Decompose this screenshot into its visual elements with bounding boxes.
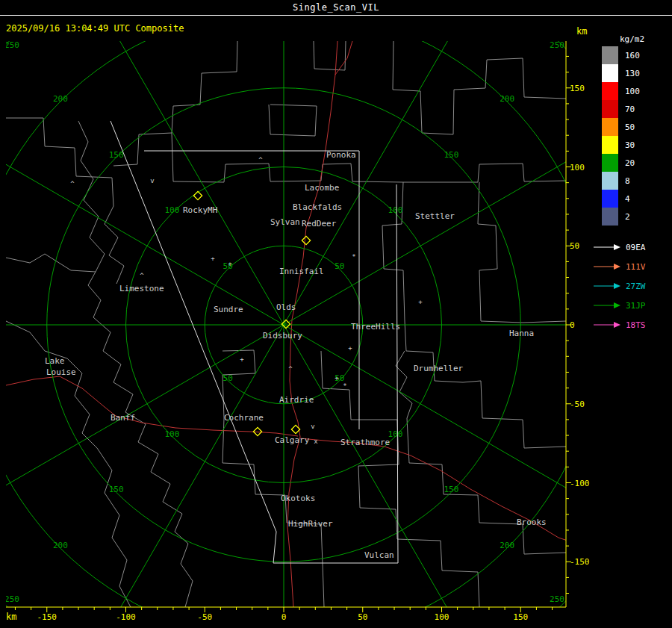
storm-track-entry: 111V (593, 257, 646, 276)
city-label: Sylvan (270, 217, 300, 227)
colorbar-swatch (602, 118, 618, 136)
colorbar-entry: 100 (602, 82, 640, 100)
track-arrow-icon (593, 301, 621, 310)
point-marker: + (228, 260, 232, 267)
track-arrow-icon (593, 320, 621, 329)
range-ring-label: 200 (53, 94, 68, 104)
city-label: Louise (46, 367, 76, 377)
county-boundary-line (6, 321, 131, 607)
range-ring-label: 250 (4, 594, 19, 604)
track-id-label: 31JP (626, 301, 646, 311)
county-boundary-line (113, 41, 237, 166)
right-axis-tick-label: -50 (570, 400, 585, 409)
colorbar-entry: 2 (602, 208, 640, 226)
colorbar-value: 2 (625, 212, 630, 222)
city-label: Vulcan (364, 550, 394, 560)
city-label: Blackfalds (293, 202, 342, 212)
highway-line (6, 376, 298, 436)
scan-sector-outline (273, 532, 276, 563)
storm-track-legend: 09EA111V27ZW31JP18TS (593, 237, 646, 335)
city-label: Okotoks (281, 494, 315, 503)
track-arrow-icon (593, 282, 621, 290)
city-label: Ponoka (326, 150, 356, 160)
city-label: ThreeHills (351, 322, 400, 332)
point-marker: * (352, 253, 355, 261)
colorbar-value: 50 (625, 122, 635, 132)
city-label: Strathmore (340, 438, 390, 447)
city-label: RockyMH (183, 205, 217, 215)
range-ring-label: 100 (388, 429, 403, 439)
range-ring (0, 0, 672, 628)
city-label: Brooks (517, 517, 547, 527)
radar-site-icon (302, 236, 310, 244)
county-boundary-line (396, 351, 412, 418)
colorbar-entry: 160 (602, 46, 640, 64)
county-boundary-line (223, 463, 324, 607)
colorbar-title: kg/m2 (620, 34, 644, 44)
county-boundary-line (481, 381, 566, 448)
city-label: Didsbury (263, 331, 302, 341)
right-axis-tick-label: -100 (570, 479, 590, 488)
track-arrow-icon (593, 262, 621, 271)
right-axis-tick-label: 50 (570, 241, 579, 251)
county-boundary-line (172, 133, 566, 182)
map-canvas[interactable]: 5050505010010010010015015015015020020020… (0, 0, 672, 628)
point-marker: + (418, 298, 423, 305)
range-ring-label: 250 (4, 40, 19, 50)
colorbar-entry: 70 (602, 100, 640, 118)
bottom-axis-tick-label: 0 (281, 612, 287, 622)
county-boundary-line (6, 118, 124, 284)
scan-sector-outline (396, 184, 398, 563)
colorbar-swatch (602, 190, 618, 208)
point-marker: ^ (140, 272, 144, 279)
city-label: Limestone (119, 284, 164, 293)
city-label: Lacombe (305, 183, 339, 193)
colorbar-value: 160 (625, 51, 640, 60)
range-ring-label: 200 (53, 541, 68, 550)
city-label: Airdrie (279, 395, 314, 405)
point-marker: v (150, 177, 154, 184)
point-marker: ^ (258, 156, 263, 164)
city-label: Hanna (509, 329, 534, 338)
county-boundary-line (407, 418, 566, 554)
city-label: Lake (45, 356, 65, 366)
bottom-axis-tick-label: -150 (37, 612, 57, 622)
county-boundary-line (382, 182, 405, 321)
storm-track-entry: 18TS (593, 315, 646, 335)
range-ring-label: 150 (109, 150, 124, 160)
track-id-label: 09EA (626, 243, 646, 252)
county-boundary-line (269, 105, 317, 136)
point-marker: + (240, 355, 244, 363)
colorbar-value: 70 (625, 105, 635, 114)
point-marker: * (343, 382, 346, 390)
map-content: 5050505010010010010015015015015020020020… (0, 0, 672, 628)
range-ring-label: 250 (550, 40, 564, 50)
county-boundary-line (6, 254, 96, 272)
colorbar-entry: 4 (602, 190, 640, 208)
range-ring-label: 150 (444, 485, 458, 494)
range-ring-label: 200 (500, 541, 514, 550)
colorbar-swatch (602, 172, 618, 190)
county-boundary-line (358, 420, 479, 607)
colorbar-value: 30 (625, 140, 635, 150)
range-ring-label: 100 (165, 429, 180, 439)
point-marker: v (311, 423, 314, 430)
colorbar-value: 130 (625, 69, 640, 78)
city-label: Drumheller (414, 364, 464, 373)
right-axis-tick-label: 100 (570, 163, 585, 172)
colorbar-entry: 50 (602, 118, 640, 136)
colorbar-entry: 20 (602, 154, 640, 172)
city-label: HighRiver (288, 519, 333, 529)
right-axis-tick-label: 0 (570, 320, 575, 330)
colorbar-entry: 8 (602, 172, 640, 190)
bottom-axis-tick-label: -100 (116, 612, 136, 622)
point-marker: + (211, 255, 215, 262)
point-marker: ^ (70, 180, 75, 187)
range-ring-label: 50 (223, 373, 233, 383)
storm-track-entry: 31JP (593, 296, 646, 315)
colorbar-swatch (602, 208, 618, 226)
point-marker: ^ (288, 365, 293, 373)
city-label: Innisfail (279, 267, 324, 276)
county-boundary-line (393, 41, 566, 134)
point-marker: + (335, 374, 339, 382)
